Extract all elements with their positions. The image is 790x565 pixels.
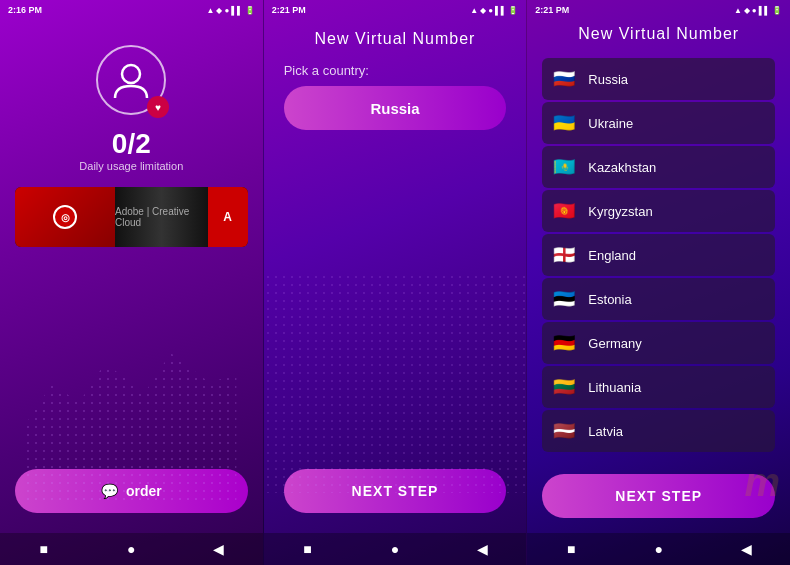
dot-map-2: [264, 273, 527, 493]
country-flag-icon: 🇱🇹: [550, 373, 578, 401]
nav-back-1[interactable]: ◀: [210, 540, 228, 558]
country-selector[interactable]: Russia: [284, 86, 507, 130]
usage-label: Daily usage limitation: [79, 160, 183, 172]
country-item[interactable]: 🇺🇦Ukraine: [542, 102, 775, 144]
status-bar-1: 2:16 PM ▲ ◆ ● ▌▌ 🔋: [0, 0, 263, 20]
usage-count: 0/2: [112, 128, 151, 160]
country-item[interactable]: 🇷🇺Russia: [542, 58, 775, 100]
status-icons-1: ▲ ◆ ● ▌▌ 🔋: [207, 6, 255, 15]
user-icon: [111, 60, 151, 100]
ad-banner[interactable]: ◎ Adobe | Creative Cloud A: [15, 187, 248, 247]
country-flag-icon: 🇰🇿: [550, 153, 578, 181]
country-name-label: Kyrgyzstan: [588, 204, 652, 219]
next-step-label-3: NEXT STEP: [615, 488, 702, 504]
country-list: 🇷🇺Russia🇺🇦Ukraine🇰🇿Kazakhstan🇰🇬Kyrgyzsta…: [542, 58, 775, 474]
country-flag-icon: 🇱🇻: [550, 417, 578, 445]
nav-circle-2[interactable]: ●: [386, 540, 404, 558]
nav-bar-2: ■ ● ◀: [264, 533, 527, 565]
country-name-label: England: [588, 248, 636, 263]
status-bar-3: 2:21 PM ▲ ◆ ● ▌▌ 🔋: [527, 0, 790, 20]
nav-bar-1: ■ ● ◀: [0, 533, 263, 565]
screen-3: 2:21 PM ▲ ◆ ● ▌▌ 🔋 New Virtual Number 🇷🇺…: [527, 0, 790, 565]
screen-1: 2:16 PM ▲ ◆ ● ▌▌ 🔋 ♥ 0/2 Daily usage lim…: [0, 0, 263, 565]
country-name-label: Russia: [588, 72, 628, 87]
country-name-label: Estonia: [588, 292, 631, 307]
country-item[interactable]: 🇱🇻Latvia: [542, 410, 775, 452]
nav-back-2[interactable]: ◀: [474, 540, 492, 558]
ad-logo: ◎: [15, 187, 115, 247]
heart-icon: ♥: [147, 96, 169, 118]
country-item[interactable]: 🇱🇹Lithuania: [542, 366, 775, 408]
nav-square-3[interactable]: ■: [562, 540, 580, 558]
next-step-button-3[interactable]: NEXT STEP: [542, 474, 775, 518]
ad-content: Adobe | Creative Cloud: [115, 187, 208, 247]
nav-circle-3[interactable]: ●: [650, 540, 668, 558]
country-flag-icon: 🇪🇪: [550, 285, 578, 313]
time-1: 2:16 PM: [8, 5, 42, 15]
nav-bar-3: ■ ● ◀: [527, 533, 790, 565]
ad-right-logo: A: [208, 187, 248, 247]
country-item[interactable]: 🇩🇪Germany: [542, 322, 775, 364]
screen-2-title: New Virtual Number: [284, 30, 507, 48]
nav-square-2[interactable]: ■: [298, 540, 316, 558]
nav-back-3[interactable]: ◀: [737, 540, 755, 558]
adobe-circle-icon: ◎: [53, 205, 77, 229]
nav-circle-1[interactable]: ●: [122, 540, 140, 558]
country-flag-icon: 🇺🇦: [550, 109, 578, 137]
country-item[interactable]: 🇰🇿Kazakhstan: [542, 146, 775, 188]
screen-1-content: ♥ 0/2 Daily usage limitation ◎ Adobe | C…: [0, 20, 263, 533]
screen-3-content: New Virtual Number 🇷🇺Russia🇺🇦Ukraine🇰🇿Ka…: [527, 20, 790, 533]
country-name-label: Kazakhstan: [588, 160, 656, 175]
svg-point-0: [122, 65, 140, 83]
country-item[interactable]: 🇪🇪Estonia: [542, 278, 775, 320]
country-flag-icon: 🇰🇬: [550, 197, 578, 225]
screen-2: 2:21 PM ▲ ◆ ● ▌▌ 🔋 New Virtual Number Pi…: [263, 0, 528, 565]
selected-country: Russia: [370, 100, 419, 117]
status-icons-3: ▲ ◆ ● ▌▌ 🔋: [734, 6, 782, 15]
screen-3-title: New Virtual Number: [542, 25, 775, 43]
status-bar-2: 2:21 PM ▲ ◆ ● ▌▌ 🔋: [264, 0, 527, 20]
country-flag-icon: 🏴󠁧󠁢󠁥󠁮󠁧󠁿: [550, 241, 578, 269]
country-flag-icon: 🇷🇺: [550, 65, 578, 93]
time-2: 2:21 PM: [272, 5, 306, 15]
country-name-label: Ukraine: [588, 116, 633, 131]
pick-country-label: Pick a country:: [284, 63, 507, 78]
nav-square-1[interactable]: ■: [35, 540, 53, 558]
country-item[interactable]: 🏴󠁧󠁢󠁥󠁮󠁧󠁿England: [542, 234, 775, 276]
country-item[interactable]: 🇰🇬Kyrgyzstan: [542, 190, 775, 232]
dot-map-1: [0, 303, 263, 503]
screen-2-content: New Virtual Number Pick a country: Russi…: [264, 20, 527, 533]
country-name-label: Lithuania: [588, 380, 641, 395]
time-3: 2:21 PM: [535, 5, 569, 15]
status-icons-2: ▲ ◆ ● ▌▌ 🔋: [470, 6, 518, 15]
user-avatar: ♥: [96, 45, 166, 115]
country-flag-icon: 🇩🇪: [550, 329, 578, 357]
country-name-label: Latvia: [588, 424, 623, 439]
country-name-label: Germany: [588, 336, 641, 351]
